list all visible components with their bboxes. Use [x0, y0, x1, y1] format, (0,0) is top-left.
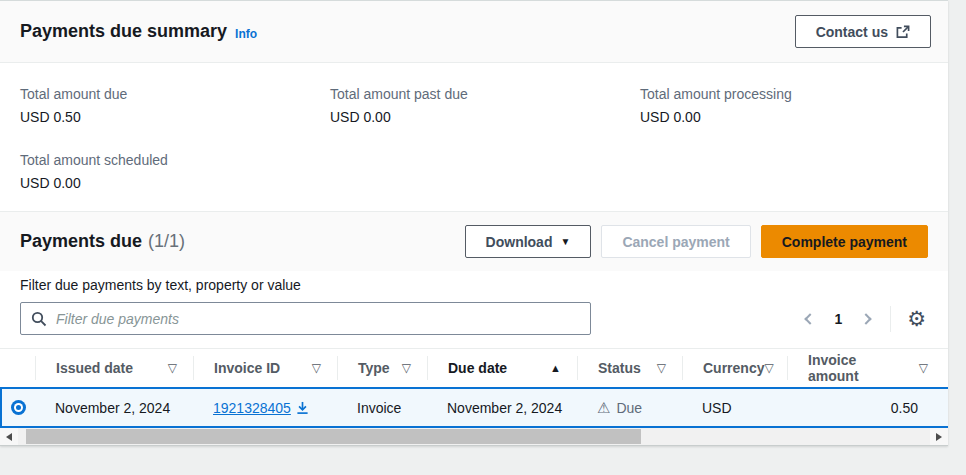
metric-label: Total amount scheduled — [20, 152, 330, 168]
pagination: 1 ⚙ — [796, 306, 932, 332]
column-label: Status — [598, 360, 641, 376]
sort-ascending-icon[interactable]: ▲ — [550, 362, 561, 374]
column-header-type[interactable]: Type ▽ — [337, 356, 427, 380]
payments-due-summary-card: Payments due summary Info Contact us Tot… — [0, 0, 948, 446]
summary-header: Payments due summary Info Contact us — [0, 1, 948, 63]
filter-icon[interactable]: ▽ — [764, 361, 773, 375]
scroll-right-icon — [936, 433, 942, 441]
filter-label: Filter due payments by text, property or… — [20, 277, 932, 293]
table-row[interactable]: November 2, 2024 1921328405 Invoice Nove… — [0, 387, 948, 428]
table-header: Issued date ▽ Invoice ID ▽ Type ▽ Due da… — [0, 348, 948, 387]
complete-payment-button[interactable]: Complete payment — [761, 225, 928, 258]
contact-us-button[interactable]: Contact us — [795, 15, 931, 48]
warning-icon: ⚠ — [597, 399, 610, 417]
metric-past-due: Total amount past due USD 0.00 — [330, 86, 640, 125]
info-link[interactable]: Info — [235, 27, 257, 41]
metric-value: USD 0.00 — [640, 109, 928, 125]
action-buttons: Download ▼ Cancel payment Complete payme… — [465, 225, 928, 258]
column-label: Type — [358, 360, 390, 376]
pagination-divider — [890, 306, 891, 332]
download-button[interactable]: Download ▼ — [465, 225, 592, 258]
page-title: Payments due summary — [20, 21, 227, 42]
metric-value: USD 0.00 — [20, 175, 330, 191]
complete-payment-label: Complete payment — [782, 234, 907, 250]
previous-page-button[interactable] — [796, 309, 824, 329]
cell-currency: USD — [682, 400, 787, 416]
column-header-currency[interactable]: Currency ▽ — [682, 356, 787, 380]
radio-ring — [14, 403, 23, 412]
download-invoice-icon — [296, 401, 309, 415]
column-label: Issued date — [56, 360, 133, 376]
cancel-payment-button[interactable]: Cancel payment — [601, 225, 750, 258]
column-label: Due date — [448, 360, 507, 376]
select-all-column — [0, 356, 35, 380]
radio-dot — [16, 405, 21, 410]
download-label: Download — [486, 234, 553, 250]
gear-icon[interactable]: ⚙ — [901, 308, 932, 329]
cell-due-date: November 2, 2024 — [427, 400, 577, 416]
scroll-left-button[interactable] — [0, 428, 18, 445]
filter-input[interactable] — [56, 311, 580, 327]
cell-issued-date: November 2, 2024 — [35, 400, 193, 416]
filter-icon[interactable]: ▽ — [402, 361, 411, 375]
cell-invoice-id: 1921328405 — [193, 400, 337, 416]
cell-invoice-amount: 0.50 — [787, 400, 948, 416]
current-page: 1 — [824, 311, 852, 327]
column-label: Currency — [703, 360, 764, 376]
cell-type: Invoice — [337, 400, 427, 416]
metric-processing: Total amount processing USD 0.00 — [640, 86, 928, 125]
horizontal-scrollbar — [0, 428, 948, 445]
metric-total-due: Total amount due USD 0.50 — [20, 86, 330, 125]
filter-icon[interactable]: ▽ — [657, 361, 666, 375]
payments-due-count: (1/1) — [148, 231, 185, 252]
metric-label: Total amount due — [20, 86, 330, 102]
cell-status: ⚠ Due — [577, 399, 682, 417]
metric-label: Total amount past due — [330, 86, 640, 102]
invoice-id-link[interactable]: 1921328405 — [213, 400, 309, 416]
summary-metrics: Total amount due USD 0.50 Total amount p… — [0, 63, 948, 212]
payments-due-title: Payments due — [20, 231, 142, 252]
column-header-invoice-amount[interactable]: Invoice amount ▽ — [787, 356, 948, 380]
status-text: Due — [616, 400, 642, 416]
external-link-icon — [896, 25, 910, 39]
chevron-left-icon — [805, 313, 816, 324]
column-label: Invoice ID — [214, 360, 280, 376]
filter-icon[interactable]: ▽ — [919, 361, 928, 375]
scrollbar-thumb[interactable] — [26, 429, 641, 444]
metric-scheduled: Total amount scheduled USD 0.00 — [20, 152, 330, 191]
invoice-id-text: 1921328405 — [213, 400, 291, 416]
scroll-left-icon — [6, 433, 12, 441]
cancel-payment-label: Cancel payment — [622, 234, 729, 250]
filter-icon[interactable]: ▽ — [168, 361, 177, 375]
chevron-right-icon — [861, 313, 872, 324]
next-page-button[interactable] — [852, 309, 880, 329]
search-icon — [31, 311, 47, 327]
metric-label: Total amount processing — [640, 86, 928, 102]
filter-input-wrap — [20, 302, 591, 335]
metric-value: USD 0.00 — [330, 109, 640, 125]
column-header-due-date[interactable]: Due date ▲ — [427, 356, 577, 380]
scroll-right-button[interactable] — [930, 428, 948, 445]
caret-down-icon: ▼ — [560, 236, 570, 247]
column-header-status[interactable]: Status ▽ — [577, 356, 682, 380]
row-select-cell — [2, 400, 35, 415]
filter-icon[interactable]: ▽ — [312, 361, 321, 375]
metric-value: USD 0.50 — [20, 109, 330, 125]
row-select-radio[interactable] — [11, 400, 26, 415]
payments-due-header: Payments due (1/1) Download ▼ Cancel pay… — [0, 212, 948, 271]
filter-area: Filter due payments by text, property or… — [0, 271, 948, 348]
column-label: Invoice amount — [808, 352, 910, 384]
column-header-issued-date[interactable]: Issued date ▽ — [35, 356, 193, 380]
column-header-invoice-id[interactable]: Invoice ID ▽ — [193, 356, 337, 380]
scrollbar-track[interactable] — [18, 428, 930, 445]
contact-us-label: Contact us — [816, 24, 888, 40]
